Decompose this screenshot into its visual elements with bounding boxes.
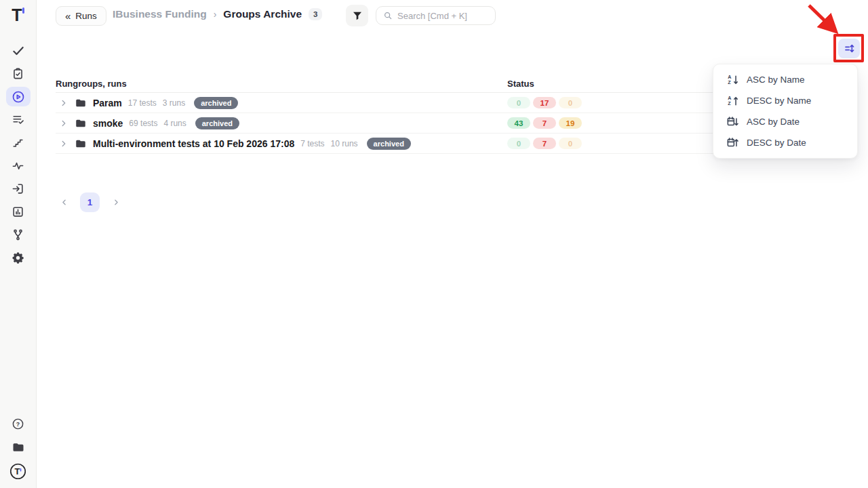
double-chevron-left-icon: «: [65, 11, 71, 21]
back-button-label: Runs: [75, 11, 97, 21]
svg-text:?: ?: [16, 420, 20, 427]
tests-count: 7 tests: [300, 139, 324, 148]
row-main: Param 17 tests 3 runs archived: [56, 97, 507, 109]
logo-t-glyph: T: [12, 5, 21, 24]
column-header-status: Status: [507, 79, 534, 89]
svg-text:Z: Z: [728, 79, 731, 85]
expand-chevron-icon[interactable]: [59, 98, 68, 108]
sidebar-nav: [6, 41, 31, 268]
status-chips: 0 17 0: [507, 97, 582, 108]
filter-button[interactable]: [346, 5, 368, 26]
sidebar-item-help[interactable]: ?: [6, 415, 31, 432]
row-main: Multi-environment tests at 10 Feb 2026 1…: [56, 138, 507, 150]
sidebar-item-projects[interactable]: [6, 439, 31, 456]
menu-item-label: ASC by Date: [747, 117, 800, 127]
branch-icon: [12, 228, 24, 241]
next-page-button[interactable]: [108, 192, 124, 212]
calendar-down-icon: [727, 116, 739, 128]
tests-count: 69 tests: [129, 119, 157, 128]
skipped-chip: 0: [559, 138, 582, 149]
table-header: Rungroups, runs Status: [56, 75, 812, 93]
skipped-chip: 0: [559, 97, 582, 108]
status-chips: 0 7 0: [507, 138, 582, 149]
sidebar-item-runs[interactable]: [6, 87, 31, 106]
user-avatar[interactable]: T: [6, 462, 31, 480]
runs-count: 3 runs: [163, 98, 185, 108]
failed-chip: 17: [533, 97, 556, 108]
menu-item-label: DESC by Date: [747, 138, 806, 148]
sidebar-item-branches[interactable]: [6, 225, 31, 245]
search-icon: [383, 11, 393, 20]
rungroup-row[interactable]: Multi-environment tests at 10 Feb 2026 1…: [56, 134, 812, 154]
search-input[interactable]: [397, 11, 517, 21]
row-main: smoke 69 tests 4 runs archived: [56, 117, 507, 129]
passed-chip: 43: [507, 117, 530, 129]
rungroup-row[interactable]: smoke 69 tests 4 runs archived 43 7 19: [56, 113, 812, 134]
status-chips: 43 7 19: [507, 117, 582, 129]
sign-in-icon: [12, 182, 24, 195]
sidebar-item-tests[interactable]: [6, 41, 31, 60]
gear-icon: [12, 251, 24, 264]
menu-item-desc-by-date[interactable]: DESC by Date: [713, 132, 857, 153]
sidebar-item-plans[interactable]: [6, 64, 31, 83]
stairs-icon: [12, 136, 24, 149]
folder-icon: [75, 117, 87, 129]
sidebar-item-milestones[interactable]: [6, 133, 31, 152]
sort-icon: [844, 43, 855, 54]
back-to-runs-button[interactable]: « Runs: [56, 6, 106, 26]
rungroup-name[interactable]: smoke: [93, 118, 123, 129]
search-box: [376, 6, 496, 25]
rungroup-row[interactable]: Param 17 tests 3 runs archived 0 17 0: [56, 93, 812, 113]
pagination: 1: [56, 192, 124, 212]
expand-chevron-icon[interactable]: [59, 119, 68, 128]
tests-count: 17 tests: [128, 98, 157, 108]
breadcrumb: IBusiness Funding › Groups Archive 3: [113, 8, 322, 20]
menu-item-asc-by-date[interactable]: ASC by Date: [713, 111, 857, 132]
sidebar-item-analytics[interactable]: [6, 156, 31, 176]
count-badge: 3: [309, 8, 322, 20]
sidebar-item-settings[interactable]: [6, 248, 31, 268]
folder-icon: [75, 138, 87, 150]
page-title: Groups Archive: [223, 8, 302, 20]
menu-item-label: DESC by Name: [747, 96, 811, 106]
menu-item-asc-by-name[interactable]: AZ ASC by Name: [713, 69, 857, 90]
pulse-icon: [12, 159, 24, 172]
rungroup-name[interactable]: Param: [93, 98, 122, 108]
sidebar-bottom: ? T: [6, 415, 31, 480]
app-logo[interactable]: T: [12, 5, 24, 26]
svg-text:Z: Z: [728, 100, 731, 106]
skipped-chip: 19: [559, 117, 582, 129]
rungroups-table: Rungroups, runs Status Param 17 tests 3 …: [56, 75, 812, 154]
svg-text:T: T: [14, 466, 20, 476]
annotation-arrow-icon: [800, 0, 848, 39]
failed-chip: 7: [533, 117, 556, 129]
column-header-rungroups: Rungroups, runs: [56, 79, 507, 89]
chevron-right-icon: ›: [214, 9, 217, 20]
calendar-up-icon: [727, 137, 739, 149]
menu-item-desc-by-name[interactable]: AZ DESC by Name: [713, 90, 857, 111]
help-icon: ?: [12, 418, 24, 430]
sort-button[interactable]: [838, 39, 860, 58]
check-icon: [12, 44, 25, 58]
menu-item-label: ASC by Name: [747, 75, 805, 85]
sort-az-up-icon: AZ: [727, 95, 739, 107]
chevron-left-icon: [60, 198, 68, 207]
archived-badge: archived: [195, 117, 239, 129]
sort-dropdown-menu: AZ ASC by Name AZ DESC by Name ASC by Da…: [713, 64, 858, 159]
sidebar-item-pulls[interactable]: [6, 179, 31, 199]
sidebar-item-reports[interactable]: [6, 202, 31, 222]
funnel-icon: [352, 10, 363, 21]
chevron-right-icon: [112, 198, 121, 207]
page-number-button[interactable]: 1: [80, 192, 100, 212]
prev-page-button[interactable]: [56, 192, 72, 212]
runs-count: 4 runs: [163, 119, 186, 128]
breadcrumb-project[interactable]: IBusiness Funding: [113, 8, 207, 20]
rungroup-name[interactable]: Multi-environment tests at 10 Feb 2026 1…: [93, 138, 294, 149]
logo-tick: [22, 7, 24, 14]
expand-chevron-icon[interactable]: [59, 139, 68, 148]
sidebar-item-results[interactable]: [6, 110, 31, 129]
archived-badge: archived: [194, 97, 238, 109]
clipboard-check-icon: [12, 67, 24, 80]
folder-icon: [12, 441, 25, 454]
sidebar: T: [0, 0, 37, 488]
